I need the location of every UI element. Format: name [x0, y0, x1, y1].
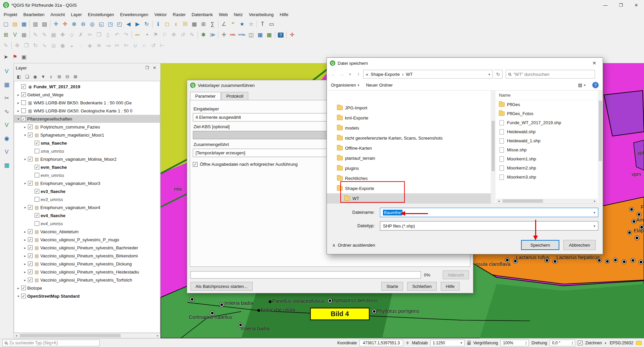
- expander-icon[interactable]: ▸: [23, 270, 27, 274]
- layer-checkbox[interactable]: ✓: [35, 165, 39, 169]
- filetype-select[interactable]: SHP files (*.shp) ▾: [380, 221, 598, 231]
- file-list-file-row[interactable]: Misse.shp: [496, 145, 598, 154]
- rotate-feature-button[interactable]: ↻: [31, 41, 40, 50]
- layer-checkbox[interactable]: [35, 173, 39, 178]
- expander-icon[interactable]: ▾: [23, 182, 27, 185]
- crs-icon[interactable]: ◐: [605, 341, 607, 345]
- file-list-file-row[interactable]: Heidewald.shp: [496, 127, 598, 136]
- open-project-button[interactable]: ▤: [10, 20, 19, 29]
- layer-tree-row[interactable]: ▸✓▤Vaccinio_Abietetum: [14, 228, 160, 236]
- pan-to-selection-button[interactable]: ✛: [60, 20, 70, 29]
- close-dialog-button[interactable]: Schließen: [407, 282, 437, 291]
- field-calculator-button[interactable]: ⊞: [199, 20, 208, 29]
- vector-selection-tools-button[interactable]: V: [2, 66, 11, 76]
- processing-toolbox-button[interactable]: ✱: [199, 31, 208, 39]
- deselect-features-button[interactable]: ☒: [181, 20, 190, 29]
- menu-vektor[interactable]: Vektor: [151, 11, 170, 18]
- scrollbar-thumb[interactable]: [20, 334, 121, 337]
- layer-checkbox[interactable]: ✓: [28, 253, 33, 258]
- scrollbar-thumb[interactable]: [503, 199, 543, 203]
- refresh-map-button[interactable]: ↻: [142, 20, 151, 29]
- menu-hilfe[interactable]: Hilfe: [276, 11, 291, 18]
- messages-icon[interactable]: [636, 341, 642, 345]
- data-grid-button[interactable]: ▦: [256, 31, 265, 39]
- menu-projekt[interactable]: Projekt: [1, 11, 20, 18]
- help-contents-button[interactable]: ?: [276, 31, 285, 39]
- rotation-spinbox[interactable]: 0,0 ° ▴ ▾: [550, 340, 575, 346]
- layer-checkbox[interactable]: ✓: [35, 189, 39, 194]
- form-annotation-button[interactable]: ▭: [267, 20, 276, 29]
- pin-marker-button[interactable]: ⚑: [10, 53, 19, 61]
- layer-diagram-button[interactable]: ◔: [142, 31, 151, 39]
- layer-tree-row[interactable]: ▾✓▤Sphagnetum_magellanici_Moor1: [14, 131, 160, 139]
- manage-map-themes-button[interactable]: ◉: [31, 73, 39, 80]
- folder-tree-item[interactable]: plugins: [327, 163, 491, 173]
- layer-checkbox[interactable]: [35, 221, 39, 226]
- layer-tree-row[interactable]: ▸✓Gebiet_und_Wege: [14, 91, 160, 99]
- show-bookmarks-button[interactable]: ☆: [247, 20, 256, 29]
- add-feature-button[interactable]: ✚: [58, 31, 67, 39]
- layers-panel-hscrollbar[interactable]: ◂ ▸: [14, 333, 160, 338]
- move-feature-button[interactable]: ✜: [13, 41, 22, 50]
- menu-raster[interactable]: Raster: [170, 11, 188, 18]
- layer-labeling-button[interactable]: abc: [133, 31, 142, 39]
- menu-web[interactable]: Web: [216, 11, 231, 18]
- expander-icon[interactable]: ▸: [16, 101, 20, 105]
- layer-checkbox[interactable]: ✓: [35, 213, 39, 218]
- layer-checkbox[interactable]: ✓: [28, 133, 33, 137]
- file-list-file-row[interactable]: Heidewald_1.shp: [496, 136, 598, 145]
- folder-tree-item[interactable]: models: [327, 123, 491, 133]
- menu-datenbank[interactable]: Datenbank: [189, 11, 216, 18]
- back-icon[interactable]: ←: [330, 70, 337, 78]
- search-box[interactable]: "WT" durchsuchen: [506, 70, 595, 79]
- move-label-button[interactable]: ✜: [169, 31, 178, 39]
- open-output-checkbox[interactable]: ✓: [193, 162, 198, 167]
- filter-by-expression-button[interactable]: ε: [47, 73, 55, 80]
- menu-verarbeitung[interactable]: Verarbeitung: [246, 11, 277, 18]
- layer-tree-row[interactable]: ✓ev4_flaeche: [14, 211, 160, 219]
- file-list-scrollbar[interactable]: [598, 91, 603, 204]
- mesh-grid-button[interactable]: ▦: [265, 31, 274, 39]
- address-bar[interactable]: « Shape-Exporte › WT ▾: [363, 70, 493, 79]
- save-button[interactable]: Speichern: [521, 240, 559, 250]
- scroll-right-icon[interactable]: ▸: [592, 199, 597, 203]
- spin-down-icon[interactable]: ▾: [572, 343, 573, 345]
- zoom-next-button[interactable]: ▶: [133, 20, 142, 29]
- layer-checkbox[interactable]: ✓: [21, 294, 26, 298]
- layer-tree-row[interactable]: ✓evm_flaeche: [14, 163, 160, 171]
- filter-legend-button[interactable]: ▼: [39, 73, 47, 80]
- open-attribute-table-button[interactable]: ▦: [190, 20, 199, 29]
- layer-checkbox[interactable]: [35, 149, 39, 153]
- new-bookmark-button[interactable]: ★: [238, 20, 247, 29]
- file-list-folder-row[interactable]: PflGes: [496, 100, 598, 109]
- layer-tree-row[interactable]: ev3_umriss: [14, 195, 160, 203]
- folder-tree-item[interactable]: Offline-Karten: [327, 143, 491, 153]
- magnifier-spinbox[interactable]: 100% ▴ ▾: [501, 340, 529, 346]
- offset-curve-button[interactable]: ≋: [94, 41, 103, 50]
- expander-icon[interactable]: ▸: [16, 286, 20, 290]
- layer-checkbox[interactable]: ✓: [21, 92, 26, 97]
- zoom-native-button[interactable]: ◎: [88, 20, 97, 29]
- redo-button[interactable]: ↷: [122, 31, 131, 39]
- layer-checkbox[interactable]: [35, 197, 39, 202]
- folder-tree-item[interactable]: JPG-Import: [327, 103, 491, 113]
- merge-features-button[interactable]: ∪: [131, 41, 140, 50]
- zoom-to-layer-button[interactable]: ◰: [115, 20, 124, 29]
- layer-tree-row[interactable]: evm_umriss: [14, 171, 160, 179]
- tab-protokoll[interactable]: Protokoll: [221, 92, 249, 100]
- minimize-button[interactable]: —: [598, 0, 613, 10]
- layer-checkbox[interactable]: [21, 100, 26, 105]
- menu-einstellungen[interactable]: Einstellungen: [85, 11, 117, 18]
- close-button[interactable]: ✕: [629, 0, 644, 10]
- map-tips-button[interactable]: ❝: [228, 20, 238, 29]
- attribute-grid-button[interactable]: ▦: [2, 160, 11, 170]
- copy-features-button[interactable]: ❐: [94, 31, 103, 39]
- layout-manager-button[interactable]: ▧: [40, 20, 49, 29]
- layer-tree-row[interactable]: ▸✓▤Polytrichum_commune_Fazies: [14, 123, 160, 131]
- layer-tree-row[interactable]: ✓◉Funde_WT_2017_2019: [14, 83, 160, 91]
- layer-checkbox[interactable]: [21, 108, 26, 113]
- close-dialog-icon[interactable]: ✕: [589, 60, 600, 66]
- enable-advanced-digitizing-button[interactable]: ✎: [1, 41, 10, 50]
- layer-tree-row[interactable]: ▾✓Pflanzengesellschaften: [14, 115, 160, 123]
- simplify-feature-button[interactable]: ∿: [40, 41, 49, 50]
